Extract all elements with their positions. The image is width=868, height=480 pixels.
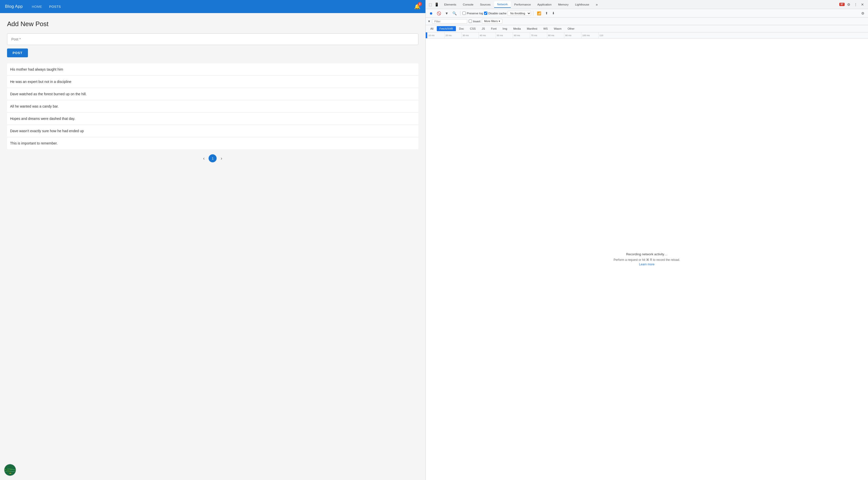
clear-button[interactable]: 🚫 — [435, 10, 442, 16]
filter-input[interactable] — [432, 19, 467, 24]
nav-posts[interactable]: POSTS — [46, 3, 64, 10]
app-nav: Blog App HOME POSTS 🔔 2 — [0, 0, 426, 13]
list-item: Dave watched as the forest burned up on … — [7, 88, 418, 100]
svg-point-4 — [6, 468, 7, 470]
list-item: Dave wasn't exactly sure how he had ende… — [7, 125, 418, 137]
device-icon[interactable]: 📱 — [434, 2, 439, 6]
tab-more[interactable]: » — [593, 1, 601, 8]
tab-console[interactable]: Console — [460, 1, 476, 7]
devtools-panel: ⬚ 📱 Elements Console Sources Network Per… — [426, 0, 868, 480]
tab-application[interactable]: Application — [534, 1, 555, 7]
recording-line1: Recording network activity… — [626, 252, 668, 256]
pagination: ‹ 1 › — [7, 149, 418, 167]
type-tab-js[interactable]: JS — [479, 26, 488, 31]
settings-button[interactable]: ⚙ — [846, 2, 851, 7]
timeline-tick: 20 ms — [444, 32, 461, 38]
tab-elements[interactable]: Elements — [441, 1, 459, 7]
tab-lighthouse[interactable]: Lighthouse — [572, 1, 592, 7]
type-tab-img[interactable]: Img — [500, 26, 510, 31]
filter-icon: ▼ — [428, 20, 431, 23]
type-tab-font[interactable]: Font — [488, 26, 499, 31]
download-icon: ⬇ — [552, 11, 555, 15]
more-filters-button[interactable]: More filters ▾ — [482, 19, 502, 24]
invert-label[interactable]: Invert — [469, 20, 480, 23]
search-button[interactable]: 🔍 — [451, 10, 458, 16]
disable-cache-label[interactable]: Disable cache — [484, 11, 506, 15]
list-item: His mother had always taught him — [7, 63, 418, 76]
disable-cache-text: Disable cache — [488, 12, 506, 15]
timeline-tick: 50 ms — [496, 32, 513, 38]
prev-page-button[interactable]: ‹ — [201, 155, 207, 162]
type-tab-css[interactable]: CSS — [467, 26, 478, 31]
learn-more-link[interactable]: Learn more — [639, 263, 654, 266]
type-tab-other[interactable]: Other — [565, 26, 578, 31]
timeline-tick: 60 ms — [513, 32, 530, 38]
close-devtools-button[interactable]: ✕ — [860, 2, 865, 7]
svg-point-2 — [7, 470, 10, 473]
inspect-icon[interactable]: ⬚ — [429, 2, 432, 6]
devtools-toolbar: ⏺ 🚫 ▼ 🔍 Preserve log Disable cache No th… — [426, 9, 868, 18]
preserve-log-checkbox[interactable] — [462, 11, 466, 15]
tab-performance[interactable]: Performance — [511, 1, 534, 7]
timeline-tick: 80 ms — [547, 32, 564, 38]
type-tab-ws[interactable]: WS — [540, 26, 551, 31]
type-tabs: AllFetch/XHRDocCSSJSFontImgMediaManifest… — [426, 25, 868, 32]
type-tab-wasm[interactable]: Wasm — [551, 26, 564, 31]
timeline-tick: 90 ms — [564, 32, 581, 38]
svg-point-0 — [4, 464, 16, 476]
post-input[interactable] — [7, 33, 418, 45]
type-tab-media[interactable]: Media — [510, 26, 524, 31]
more-options-button[interactable]: ⋮ — [853, 2, 859, 7]
disable-cache-checkbox[interactable] — [484, 11, 487, 15]
list-item: All he wanted was a candy bar. — [7, 100, 418, 112]
globe-icon — [4, 464, 16, 476]
timeline-tick: 70 ms — [530, 32, 547, 38]
timeline-tick: 30 ms — [461, 32, 478, 38]
next-page-button[interactable]: › — [219, 155, 224, 162]
posts-list: His mother had always taught himHe was a… — [7, 63, 418, 149]
notification-badge: 2 — [418, 2, 422, 6]
timeline-tick: 40 ms — [478, 32, 496, 38]
type-tab-doc[interactable]: Doc — [456, 26, 467, 31]
wifi-icon: 📶 — [537, 11, 541, 15]
throttling-select[interactable]: No throttling Slow 3G Fast 3G — [507, 11, 531, 16]
post-form: POST — [7, 33, 418, 57]
preserve-log-label[interactable]: Preserve log — [462, 11, 483, 15]
nav-home[interactable]: HOME — [29, 3, 45, 10]
notification-bell[interactable]: 🔔 2 — [414, 3, 421, 9]
preserve-log-text: Preserve log — [467, 12, 483, 15]
timeline-ruler: 10 ms20 ms30 ms40 ms50 ms60 ms70 ms80 ms… — [426, 32, 868, 38]
wifi-button[interactable]: 📶 — [535, 10, 543, 16]
devtools-settings-button[interactable]: ⚙ — [860, 10, 866, 16]
post-submit-button[interactable]: POST — [7, 48, 28, 57]
tab-sources[interactable]: Sources — [477, 1, 494, 7]
list-item: He was an expert but not in a discipline — [7, 76, 418, 88]
invert-text: Invert — [473, 20, 480, 23]
page-title: Add New Post — [7, 20, 418, 28]
app-title: Blog App — [5, 4, 23, 9]
timeline-tick: 10 ms — [427, 32, 444, 38]
devtools-right-controls: 97 ⚙ ⋮ ✕ — [839, 2, 867, 7]
toolbar-separator-2 — [533, 11, 533, 15]
download-button[interactable]: ⬇ — [551, 10, 556, 16]
list-item: This is important to remember. — [7, 137, 418, 149]
devtools-content: Recording network activity… Perform a re… — [426, 38, 868, 480]
tab-memory[interactable]: Memory — [555, 1, 571, 7]
type-tab-fetch-xhr[interactable]: Fetch/XHR — [437, 26, 456, 31]
upload-icon: ⬆ — [545, 11, 548, 15]
svg-point-3 — [10, 469, 12, 471]
recording-line2: Perform a request or hit ⌘ R to record t… — [614, 258, 680, 262]
devtools-icon-row: ⬚ 📱 — [427, 2, 441, 6]
type-tab-manifest[interactable]: Manifest — [524, 26, 540, 31]
timeline-ticks-container: 10 ms20 ms30 ms40 ms50 ms60 ms70 ms80 ms… — [427, 32, 868, 38]
invert-checkbox[interactable] — [469, 20, 472, 23]
app-content: Add New Post POST His mother had always … — [0, 13, 426, 174]
nav-links: HOME POSTS — [29, 3, 408, 10]
filter-toggle-button[interactable]: ▼ — [443, 10, 450, 16]
tab-network[interactable]: Network — [494, 1, 511, 8]
record-button[interactable]: ⏺ — [428, 10, 434, 16]
upload-button[interactable]: ⬆ — [544, 10, 550, 16]
type-tab-all[interactable]: All — [428, 26, 436, 31]
more-filters-text: More filters ▾ — [484, 20, 500, 23]
timeline-tick: 110 — [598, 32, 615, 38]
